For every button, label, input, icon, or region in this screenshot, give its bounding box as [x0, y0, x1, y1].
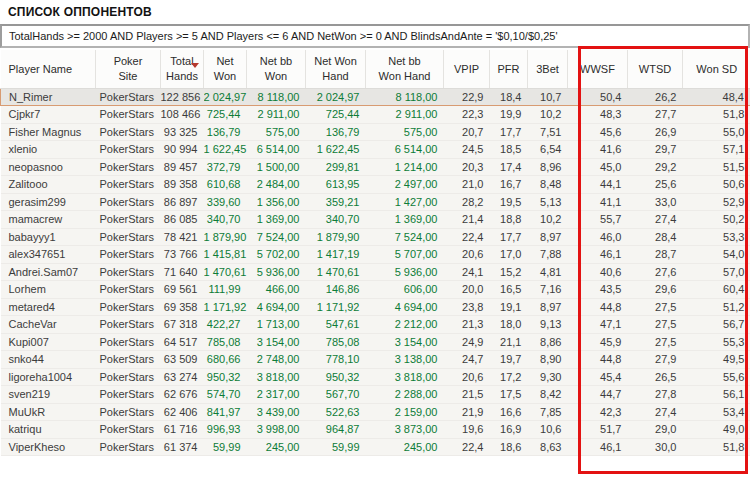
- table-row[interactable]: Cjpkr7 PokerStars 108 466 725,44 2 911,0…: [1, 106, 750, 124]
- cell-net-won-hand: 1 417,19: [306, 246, 366, 264]
- filter-expression-input[interactable]: TotalHands >= 2000 AND Players >= 5 AND …: [0, 24, 750, 48]
- cell-net-bb-won: 2 911,00: [247, 106, 306, 124]
- column-header-total-hands[interactable]: Total Hands: [161, 50, 204, 88]
- cell-net-won-hand: 1 622,45: [306, 141, 366, 159]
- cell-net-bb-won-hand: 1 427,00: [366, 193, 444, 211]
- cell-poker-site: PokerStars: [96, 88, 161, 106]
- cell-player-name: mamacrew: [1, 211, 96, 229]
- column-header-player-name[interactable]: Player Name: [1, 50, 96, 88]
- cell-poker-site: PokerStars: [96, 211, 161, 229]
- column-header-net-bb-won-hand[interactable]: Net bb Won Hand: [366, 50, 444, 88]
- table-row[interactable]: ViperKheso PokerStars 61 374 59,99 245,0…: [1, 438, 750, 456]
- cell-wwsf: 48,3: [568, 106, 628, 124]
- cell-wtsd: 30,0: [628, 438, 683, 456]
- cell-net-won: 339,60: [204, 193, 247, 211]
- table-row[interactable]: ligoreha1004 PokerStars 63 274 950,32 3 …: [1, 368, 750, 386]
- table-row[interactable]: Zalitooo PokerStars 89 358 610,68 2 484,…: [1, 176, 750, 194]
- cell-total-hands: 69 358: [161, 298, 204, 316]
- column-header-net-won-hand[interactable]: Net Won Hand: [306, 50, 366, 88]
- column-header-wtsd[interactable]: WTSD: [628, 50, 683, 88]
- table-row[interactable]: snko44 PokerStars 63 509 680,66 2 748,00…: [1, 351, 750, 369]
- table-row[interactable]: MuUkR PokerStars 62 406 841,97 3 439,00 …: [1, 403, 750, 421]
- cell-wtsd: 27,9: [628, 351, 683, 369]
- column-header-poker-site[interactable]: Poker Site: [96, 50, 161, 88]
- cell-pfr: 15,2: [490, 263, 528, 281]
- table-row[interactable]: neopasnoo PokerStars 89 457 372,79 1 500…: [1, 158, 750, 176]
- table-row[interactable]: mamacrew PokerStars 86 085 340,70 1 369,…: [1, 211, 750, 229]
- cell-net-bb-won: 3 154,00: [247, 333, 306, 351]
- cell-net-won: 136,79: [204, 123, 247, 141]
- cell-net-won: 59,99: [204, 438, 247, 456]
- table-row[interactable]: Lorhem PokerStars 69 561 111,99 466,00 1…: [1, 281, 750, 299]
- cell-player-name: sven219: [1, 386, 96, 404]
- column-header-net-won[interactable]: Net Won: [204, 50, 247, 88]
- cell-won-sd: 55,6: [683, 368, 750, 386]
- cell-net-bb-won: 1 713,00: [247, 316, 306, 334]
- column-header-3bet[interactable]: 3Bet: [528, 50, 568, 88]
- table-row[interactable]: babayyy1 PokerStars 78 421 1 879,90 7 52…: [1, 228, 750, 246]
- cell-won-sd: 49,0: [683, 421, 750, 439]
- column-header-wwsf[interactable]: WWSF: [568, 50, 628, 88]
- cell-net-bb-won-hand: 2 212,00: [366, 316, 444, 334]
- cell-vpip: 21,0: [444, 176, 490, 194]
- column-header-label: Total Hands: [166, 54, 198, 83]
- cell-wwsf: 45,4: [568, 368, 628, 386]
- cell-pfr: 17,5: [490, 386, 528, 404]
- cell-vpip: 24,9: [444, 333, 490, 351]
- cell-won-sd: 55,3: [683, 333, 750, 351]
- table-row[interactable]: alex347651 PokerStars 73 766 1 415,81 5 …: [1, 246, 750, 264]
- cell-pfr: 16,6: [490, 403, 528, 421]
- cell-total-hands: 61 716: [161, 421, 204, 439]
- cell-3bet: 10,2: [528, 211, 568, 229]
- cell-vpip: 28,2: [444, 193, 490, 211]
- cell-won-sd: 51,5: [683, 158, 750, 176]
- cell-poker-site: PokerStars: [96, 246, 161, 264]
- cell-total-hands: 62 676: [161, 386, 204, 404]
- cell-net-won: 340,70: [204, 211, 247, 229]
- table-row[interactable]: Fisher Magnus PokerStars 93 325 136,79 5…: [1, 123, 750, 141]
- cell-wwsf: 43,5: [568, 281, 628, 299]
- table-row[interactable]: metared4 PokerStars 69 358 1 171,92 4 69…: [1, 298, 750, 316]
- cell-total-hands: 67 318: [161, 316, 204, 334]
- cell-net-won: 372,79: [204, 158, 247, 176]
- table-row[interactable]: katriqu PokerStars 61 716 996,93 3 998,0…: [1, 421, 750, 439]
- cell-player-name: xlenio: [1, 141, 96, 159]
- cell-pfr: 19,9: [490, 106, 528, 124]
- column-header-label: Player Name: [9, 62, 73, 76]
- cell-total-hands: 122 856: [161, 88, 204, 106]
- cell-3bet: 8,97: [528, 228, 568, 246]
- cell-wwsf: 41,6: [568, 141, 628, 159]
- cell-poker-site: PokerStars: [96, 228, 161, 246]
- table-row[interactable]: CacheVar PokerStars 67 318 422,27 1 713,…: [1, 316, 750, 334]
- column-header-pfr[interactable]: PFR: [490, 50, 528, 88]
- cell-player-name: Fisher Magnus: [1, 123, 96, 141]
- cell-vpip: 20,6: [444, 246, 490, 264]
- cell-wtsd: 27,8: [628, 386, 683, 404]
- table-row[interactable]: sven219 PokerStars 62 676 574,70 2 317,0…: [1, 386, 750, 404]
- cell-net-bb-won-hand: 5 707,00: [366, 246, 444, 264]
- cell-vpip: 22,3: [444, 106, 490, 124]
- cell-wwsf: 41,1: [568, 193, 628, 211]
- cell-won-sd: 51,2: [683, 298, 750, 316]
- cell-pfr: 17,7: [490, 123, 528, 141]
- cell-pfr: 17,2: [490, 368, 528, 386]
- cell-3bet: 6,54: [528, 141, 568, 159]
- cell-net-won: 1 415,81: [204, 246, 247, 264]
- cell-net-won-hand: 950,32: [306, 368, 366, 386]
- cell-wwsf: 45,9: [568, 333, 628, 351]
- filter-expression-text: TotalHands >= 2000 AND Players >= 5 AND …: [9, 30, 558, 42]
- table-row[interactable]: Andrei.Sam07 PokerStars 71 640 1 470,61 …: [1, 263, 750, 281]
- column-header-won-sd[interactable]: Won SD: [683, 50, 750, 88]
- table-row[interactable]: xlenio PokerStars 90 994 1 622,45 6 514,…: [1, 141, 750, 159]
- column-header-label: Net Won: [214, 54, 236, 83]
- table-row[interactable]: gerasim299 PokerStars 86 897 339,60 1 35…: [1, 193, 750, 211]
- cell-player-name: neopasnoo: [1, 158, 96, 176]
- table-row[interactable]: Kupi007 PokerStars 64 517 785,08 3 154,0…: [1, 333, 750, 351]
- cell-net-bb-won-hand: 1 214,00: [366, 158, 444, 176]
- cell-player-name: Kupi007: [1, 333, 96, 351]
- cell-vpip: 20,7: [444, 123, 490, 141]
- table-row[interactable]: N_Rimer PokerStars 122 856 2 024,97 8 11…: [1, 88, 750, 106]
- column-header-net-bb-won[interactable]: Net bb Won: [247, 50, 306, 88]
- column-header-vpip[interactable]: VPIP: [444, 50, 490, 88]
- cell-net-bb-won: 245,00: [247, 438, 306, 456]
